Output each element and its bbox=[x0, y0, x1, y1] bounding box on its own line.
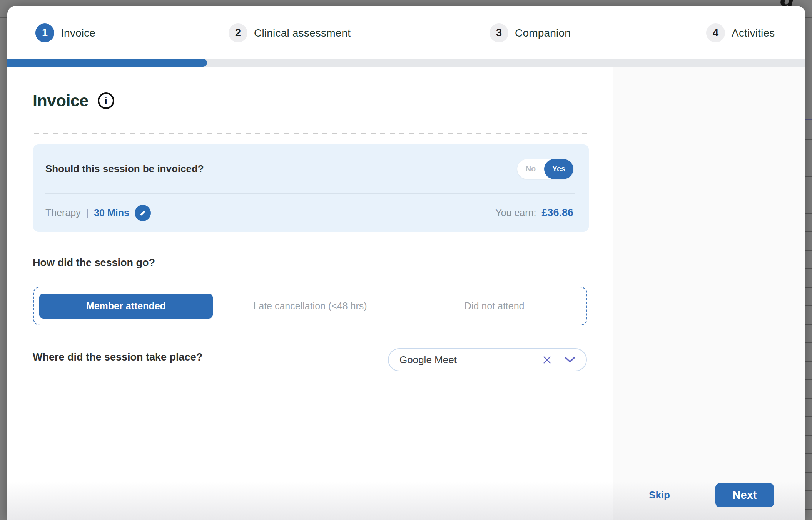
session-duration: 30 Mins bbox=[94, 207, 129, 218]
location-dropdown-value: Google Meet bbox=[399, 354, 542, 366]
dashed-divider bbox=[34, 133, 587, 134]
step-number-badge: 4 bbox=[706, 23, 725, 42]
clear-icon[interactable] bbox=[542, 355, 552, 365]
invoice-toggle: No Yes bbox=[517, 159, 573, 179]
page-title-row: Invoice i bbox=[33, 91, 114, 110]
step-label: Companion bbox=[515, 27, 571, 39]
invoice-question-row: Should this session be invoiced? No Yes bbox=[33, 144, 589, 193]
progress-fill bbox=[7, 59, 207, 67]
toggle-no-button[interactable]: No bbox=[517, 164, 544, 173]
invoice-card: Should this session be invoiced? No Yes … bbox=[33, 144, 589, 232]
chevron-down-icon[interactable] bbox=[564, 356, 576, 364]
location-dropdown[interactable]: Google Meet bbox=[388, 348, 587, 371]
toggle-yes-button[interactable]: Yes bbox=[544, 159, 573, 179]
skip-button[interactable]: Skip bbox=[649, 489, 670, 501]
earnings-amount: £36.86 bbox=[541, 207, 573, 219]
info-icon[interactable]: i bbox=[98, 92, 114, 109]
invoice-question: Should this session be invoiced? bbox=[45, 163, 204, 175]
stepper-step-clinical-assessment[interactable]: 2 Clinical assessment bbox=[229, 23, 351, 42]
outcome-segmented-control: Member attended Late cancellation (<48 h… bbox=[33, 287, 587, 325]
step-label: Activities bbox=[732, 27, 775, 39]
background-table-rows bbox=[804, 121, 812, 520]
session-info: Therapy | 30 Mins bbox=[45, 205, 151, 221]
session-type: Therapy bbox=[45, 207, 81, 218]
stepper-step-invoice[interactable]: 1 Invoice bbox=[35, 23, 95, 42]
step-label: Invoice bbox=[61, 27, 95, 39]
earnings: You earn: £36.86 bbox=[495, 207, 573, 219]
step-number-badge: 2 bbox=[229, 23, 247, 42]
background-row-accent bbox=[804, 119, 812, 120]
earnings-label: You earn: bbox=[495, 207, 536, 218]
page-title: Invoice bbox=[33, 91, 89, 110]
next-button[interactable]: Next bbox=[715, 483, 774, 507]
edit-duration-button[interactable] bbox=[135, 205, 151, 221]
step-number-badge: 1 bbox=[35, 23, 54, 42]
right-side-panel bbox=[613, 67, 805, 520]
option-late-cancellation[interactable]: Late cancellation (<48 hrs) bbox=[218, 287, 403, 325]
session-log-modal: 1 Invoice 2 Clinical assessment 3 Compan… bbox=[7, 6, 805, 520]
step-label: Clinical assessment bbox=[254, 27, 351, 39]
stepper-step-activities[interactable]: 4 Activities bbox=[706, 23, 775, 42]
session-summary-row: Therapy | 30 Mins You earn: £36.86 bbox=[33, 194, 589, 232]
option-member-attended[interactable]: Member attended bbox=[34, 287, 218, 325]
step-number-badge: 3 bbox=[490, 23, 508, 42]
outcome-question: How did the session go? bbox=[33, 257, 155, 269]
progress-bar bbox=[7, 59, 805, 67]
edit-icon bbox=[139, 209, 147, 217]
session-separator: | bbox=[86, 207, 89, 218]
location-question: Where did the session take place? bbox=[33, 351, 202, 363]
page-background: g 1 Invoice 2 Clinical assessment 3 Comp… bbox=[0, 0, 812, 520]
footer-actions: Skip Next bbox=[649, 483, 774, 507]
option-did-not-attend[interactable]: Did not attend bbox=[402, 287, 586, 325]
selected-option-pill: Member attended bbox=[39, 294, 213, 319]
stepper-step-companion[interactable]: 3 Companion bbox=[490, 23, 571, 42]
